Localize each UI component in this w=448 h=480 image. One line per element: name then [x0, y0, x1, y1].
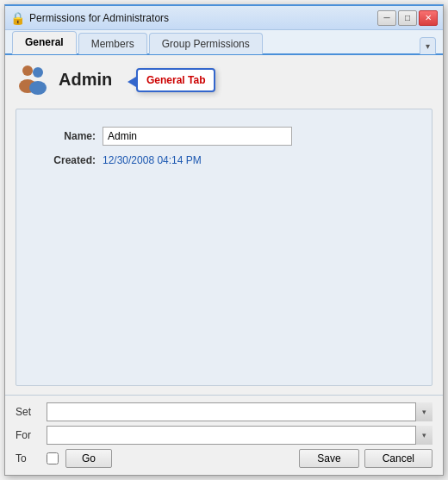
- tab-bar: General Members Group Permissions ▾: [5, 30, 443, 55]
- bottom-buttons-row: To Go Save Cancel: [16, 449, 432, 468]
- title-controls: ─ □ ✕: [377, 10, 438, 26]
- to-checkbox[interactable]: [47, 452, 59, 464]
- group-icon: [16, 64, 50, 95]
- title-bar: 🔒 Permissions for Administrators ─ □ ✕: [5, 6, 443, 30]
- tab-dropdown[interactable]: ▾: [420, 37, 436, 54]
- group-header: Admin General Tab: [16, 64, 432, 95]
- main-window: 🔒 Permissions for Administrators ─ □ ✕ G…: [4, 4, 444, 476]
- tab-members[interactable]: Members: [78, 33, 147, 54]
- for-select-wrapper: ▾: [47, 426, 432, 445]
- content-area: Admin General Tab Name: Created: 12/30/2…: [5, 55, 443, 395]
- set-select[interactable]: [47, 402, 432, 421]
- to-label: To: [16, 452, 40, 464]
- go-button[interactable]: Go: [65, 449, 112, 468]
- tooltip-box: General Tab: [136, 68, 215, 92]
- for-select[interactable]: [47, 426, 432, 445]
- svg-point-2: [33, 67, 43, 78]
- set-label: Set: [16, 406, 40, 418]
- for-row: For ▾: [16, 426, 432, 445]
- maximize-button[interactable]: □: [398, 10, 417, 26]
- tab-general[interactable]: General: [12, 31, 77, 54]
- window-title: Permissions for Administrators: [29, 12, 169, 24]
- created-row: Created: 12/30/2008 04:14 PM: [42, 154, 406, 166]
- save-button[interactable]: Save: [299, 449, 358, 468]
- form-panel: Name: Created: 12/30/2008 04:14 PM: [16, 109, 432, 386]
- group-name: Admin: [59, 70, 112, 90]
- right-buttons: Save Cancel: [299, 449, 432, 468]
- cancel-button[interactable]: Cancel: [364, 449, 432, 468]
- set-select-wrapper: ▾: [47, 402, 432, 421]
- tooltip-text: General Tab: [146, 74, 205, 86]
- tab-group-permissions[interactable]: Group Permissions: [149, 33, 263, 54]
- bottom-bar: Set ▾ For ▾ To Go Save: [5, 395, 443, 475]
- svg-point-0: [22, 65, 33, 76]
- created-label: Created:: [42, 154, 103, 166]
- created-value: 12/30/2008 04:14 PM: [103, 154, 202, 166]
- tooltip-arrow: [128, 77, 136, 87]
- close-button[interactable]: ✕: [419, 10, 438, 26]
- set-row: Set ▾: [16, 402, 432, 421]
- for-label: For: [16, 429, 40, 441]
- window-icon: 🔒: [10, 11, 25, 25]
- name-input[interactable]: [103, 127, 292, 146]
- minimize-button[interactable]: ─: [377, 10, 396, 26]
- name-label: Name:: [42, 130, 103, 142]
- title-bar-left: 🔒 Permissions for Administrators: [10, 11, 169, 25]
- svg-point-3: [29, 81, 47, 95]
- name-row: Name:: [42, 127, 406, 146]
